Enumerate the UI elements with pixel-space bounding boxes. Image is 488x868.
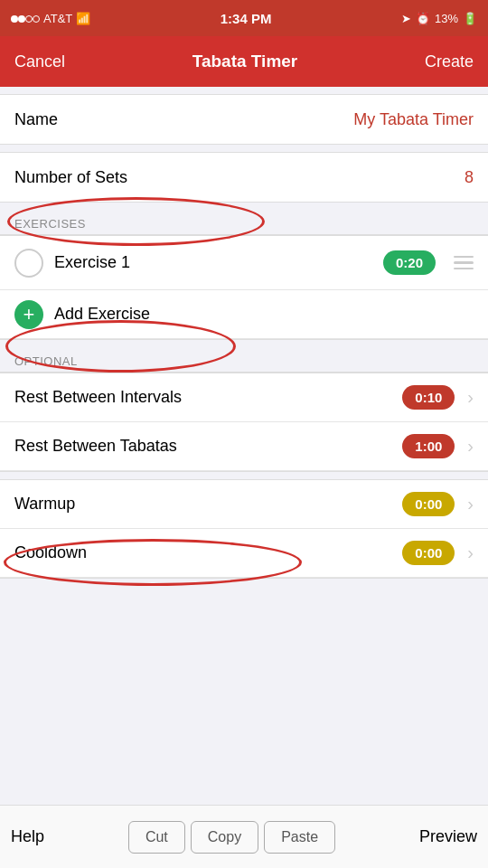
cooldown-label: Cooldown: [14, 543, 395, 562]
drag-handle[interactable]: [454, 256, 474, 270]
warmup-label: Warmup: [14, 495, 395, 514]
exercise1-time: 0:20: [383, 250, 436, 275]
warmup-row[interactable]: Warmup 0:00 ›: [0, 480, 488, 529]
paste-button[interactable]: Paste: [264, 821, 335, 854]
edit-actions: Cut Copy Paste: [128, 821, 335, 854]
exercise1-circle: [14, 249, 43, 278]
create-button[interactable]: Create: [425, 52, 474, 71]
bottom-toolbar: Help Cut Copy Paste Preview: [0, 805, 488, 868]
signal-dots: [11, 12, 40, 25]
exercise1-row[interactable]: Exercise 1 0:20: [0, 236, 488, 290]
rest-intervals-time: 0:10: [402, 385, 455, 410]
sets-row[interactable]: Number of Sets 8: [0, 153, 488, 202]
carrier-label: AT&T: [43, 12, 72, 25]
spacer-top: [0, 87, 488, 94]
exercise1-name: Exercise 1: [54, 253, 372, 272]
spacer-1: [0, 145, 488, 152]
warmup-chevron: ›: [467, 494, 474, 514]
status-right: ➤ ⏰ 13% 🔋: [401, 12, 477, 25]
rest-intervals-label: Rest Between Intervals: [14, 388, 395, 407]
location-icon: ➤: [401, 12, 411, 25]
copy-button[interactable]: Copy: [191, 821, 258, 854]
spacer-2: [0, 203, 488, 210]
sets-label: Number of Sets: [14, 168, 127, 187]
preview-button[interactable]: Preview: [419, 827, 477, 846]
rest-tabatas-label: Rest Between Tabatas: [14, 437, 395, 456]
exercises-section: Exercise 1 0:20 + Add Exercise: [0, 235, 488, 340]
cooldown-chevron: ›: [467, 542, 474, 563]
name-row[interactable]: Name My Tabata Timer: [0, 95, 488, 144]
cancel-button[interactable]: Cancel: [14, 52, 65, 71]
sets-value: 8: [465, 168, 474, 187]
warmup-time: 0:00: [402, 492, 455, 516]
add-exercise-label: Add Exercise: [54, 305, 150, 324]
optional-header: OPTIONAL: [0, 347, 488, 373]
cooldown-row[interactable]: Cooldown 0:00 ›: [0, 529, 488, 578]
name-label: Name: [14, 110, 58, 129]
status-bar: AT&T 📶 1:34 PM ➤ ⏰ 13% 🔋: [0, 0, 488, 36]
rest-intervals-chevron: ›: [467, 387, 474, 408]
nav-bar: Cancel Tabata Timer Create: [0, 36, 488, 87]
exercises-header: EXERCISES: [0, 210, 488, 235]
spacer-3: [0, 340, 488, 347]
nav-title: Tabata Timer: [192, 52, 298, 71]
sets-section: Number of Sets 8: [0, 152, 488, 203]
name-section: Name My Tabata Timer: [0, 94, 488, 145]
add-exercise-row[interactable]: + Add Exercise: [0, 290, 488, 339]
rest-tabatas-time: 1:00: [402, 434, 455, 458]
rest-intervals-row[interactable]: Rest Between Intervals 0:10 ›: [0, 373, 488, 422]
battery-percent: 13%: [435, 12, 458, 25]
name-value: My Tabata Timer: [353, 110, 474, 129]
cooldown-time: 0:00: [402, 541, 455, 565]
alarm-icon: ⏰: [416, 12, 430, 25]
rest-tabatas-row[interactable]: Rest Between Tabatas 1:00 ›: [0, 422, 488, 471]
optional-section: Rest Between Intervals 0:10 › Rest Betwe…: [0, 373, 488, 472]
status-left: AT&T 📶: [11, 12, 90, 25]
add-exercise-icon: +: [14, 300, 43, 329]
extras-section: Warmup 0:00 › Cooldown 0:00 ›: [0, 479, 488, 579]
rest-tabatas-chevron: ›: [467, 436, 474, 457]
battery-icon: 🔋: [463, 12, 477, 25]
cut-button[interactable]: Cut: [128, 821, 185, 854]
help-button[interactable]: Help: [11, 827, 44, 846]
time-display: 1:34 PM: [221, 11, 272, 26]
spacer-4: [0, 472, 488, 479]
wifi-icon: 📶: [76, 12, 90, 25]
